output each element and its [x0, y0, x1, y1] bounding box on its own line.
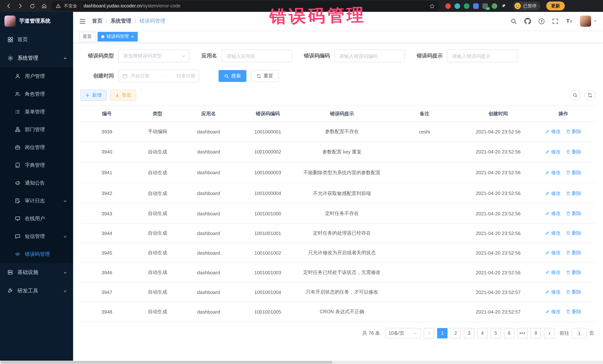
page-button[interactable]: 3	[464, 328, 474, 338]
edit-link[interactable]: 修改	[545, 210, 561, 217]
browser-update-button[interactable]: 更新	[546, 1, 565, 10]
error-type-select[interactable]: 请选择错误码类型	[118, 50, 190, 62]
toggle-search-button[interactable]	[570, 90, 581, 101]
sidebar-item[interactable]: 研发工具	[0, 282, 73, 300]
page-button[interactable]: 8	[531, 328, 541, 338]
edit-link[interactable]: 修改	[545, 269, 561, 276]
cell-actions: 修改删除	[531, 204, 596, 223]
page-button[interactable]: 5	[491, 328, 501, 338]
sidebar-logo-row[interactable]: 芋道管理系统	[0, 12, 73, 30]
user-menu[interactable]	[580, 16, 597, 27]
add-button[interactable]: 新增	[81, 90, 106, 101]
sidebar-item[interactable]: 菜单管理	[0, 103, 73, 121]
edit-link[interactable]: 修改	[545, 190, 561, 197]
filter-input[interactable]	[221, 50, 292, 62]
page-size-select[interactable]: 10条/页	[385, 328, 421, 338]
font-size-icon[interactable]: TT	[566, 18, 573, 24]
prev-page-button[interactable]	[424, 328, 434, 338]
extension-icon[interactable]	[473, 3, 479, 9]
cell-actions: 修改删除	[531, 302, 596, 321]
refresh-table-button[interactable]	[584, 90, 596, 101]
delete-link[interactable]: 删除	[566, 169, 581, 176]
sidebar-item[interactable]: 审计日志	[0, 192, 73, 210]
sidebar-item[interactable]: 短信管理	[0, 228, 73, 245]
sidebar-item[interactable]: 在线用户	[0, 210, 73, 228]
page-button[interactable]: 2	[451, 328, 461, 338]
edit-link[interactable]: 修改	[545, 289, 561, 295]
server-icon	[7, 269, 13, 276]
delete-link[interactable]: 删除	[566, 128, 581, 135]
breadcrumb-item[interactable]: 系统管理	[111, 18, 131, 24]
delete-link[interactable]: 删除	[566, 230, 581, 236]
delete-link[interactable]: 删除	[566, 269, 581, 276]
page-button[interactable]: 4	[477, 328, 487, 338]
date-end-placeholder[interactable]: 结束日期	[177, 73, 195, 79]
sidebar-item[interactable]: 角色管理	[0, 85, 73, 103]
extension-icon[interactable]	[464, 3, 469, 9]
sidebar-collapse-button[interactable]	[79, 18, 86, 25]
chevron-down-icon	[413, 331, 417, 335]
edit-link[interactable]: 修改	[545, 148, 561, 155]
sidebar-item[interactable]: 岗位管理	[0, 139, 73, 156]
extension-icon[interactable]: on	[482, 3, 488, 9]
sidebar-item[interactable]: 字典管理	[0, 156, 73, 174]
pagination-total: 共 76 条	[362, 330, 380, 337]
next-page-button[interactable]	[544, 328, 554, 338]
horizontal-scrollbar[interactable]	[0, 361, 603, 364]
filter-input[interactable]	[334, 50, 405, 62]
gear-icon	[7, 55, 13, 61]
header-search-icon[interactable]	[510, 18, 517, 24]
bookmark-star-icon[interactable]	[429, 3, 435, 9]
github-icon[interactable]	[524, 18, 531, 24]
sidebar-item[interactable]: 错误码管理	[0, 245, 73, 263]
delete-link[interactable]: 删除	[566, 289, 581, 295]
page-more-button[interactable]: •••	[517, 328, 528, 338]
audit-icon	[15, 198, 21, 204]
sidebar-item[interactable]: 系统管理	[0, 49, 73, 67]
delete-link[interactable]: 删除	[566, 210, 581, 217]
extension-icon[interactable]	[454, 3, 460, 9]
delete-link[interactable]: 删除	[566, 249, 581, 256]
delete-link[interactable]: 删除	[566, 190, 581, 197]
edit-link[interactable]: 修改	[545, 249, 561, 256]
scrollbar-thumb[interactable]	[1, 361, 333, 364]
edit-link[interactable]: 修改	[545, 169, 561, 176]
sidebar-item[interactable]: 首页	[0, 30, 73, 49]
sidebar-item-label: 错误码管理	[25, 251, 50, 258]
fullscreen-icon[interactable]	[552, 18, 558, 24]
browser-back-button[interactable]	[4, 1, 13, 11]
tag-close-icon[interactable]: ×	[131, 34, 134, 39]
tag-item[interactable]: 首页	[79, 32, 95, 41]
delete-link[interactable]: 删除	[566, 309, 581, 315]
tag-active[interactable]: 错误码管理×	[98, 32, 138, 41]
goto-page-input[interactable]	[572, 328, 587, 338]
edit-link[interactable]: 修改	[545, 230, 561, 236]
edit-link[interactable]: 修改	[545, 128, 561, 135]
date-start-placeholder[interactable]: 开始日期	[131, 73, 149, 79]
search-button[interactable]: 搜索	[219, 70, 246, 82]
sidebar-item[interactable]: 通知公告	[0, 174, 73, 192]
browser-address-bar[interactable]: 不安全 dashboard.yudao.iocoder.cn/system/er…	[51, 1, 439, 11]
edit-link[interactable]: 修改	[545, 309, 561, 315]
page-button[interactable]: 6	[504, 328, 514, 338]
sidebar-item[interactable]: 部门管理	[0, 121, 73, 139]
extension-icon[interactable]	[445, 3, 451, 9]
sidebar-item[interactable]: 基础设施	[0, 263, 73, 282]
cell-type: 自动生成	[133, 243, 182, 263]
browser-profile-chip[interactable]: 已暂停	[513, 1, 540, 10]
browser-reload-button[interactable]	[27, 1, 37, 11]
date-range-picker[interactable]: 开始日期 - 结束日期	[118, 70, 199, 82]
pinned-extension-pin-icon[interactable]	[501, 3, 506, 9]
extension-icon[interactable]	[492, 3, 497, 9]
delete-link[interactable]: 删除	[566, 148, 581, 155]
filter-input[interactable]	[447, 50, 518, 62]
page-button[interactable]: 1	[437, 328, 448, 338]
breadcrumb-item[interactable]: 首页	[92, 18, 103, 24]
browser-home-button[interactable]	[39, 1, 49, 11]
export-button[interactable]: 导出	[110, 90, 136, 101]
help-icon[interactable]: ?	[538, 18, 545, 24]
reset-button[interactable]: 重置	[251, 70, 279, 82]
sidebar-item[interactable]: 用户管理	[0, 67, 73, 85]
security-label[interactable]: 不安全	[64, 3, 77, 9]
browser-forward-button[interactable]	[16, 1, 25, 11]
